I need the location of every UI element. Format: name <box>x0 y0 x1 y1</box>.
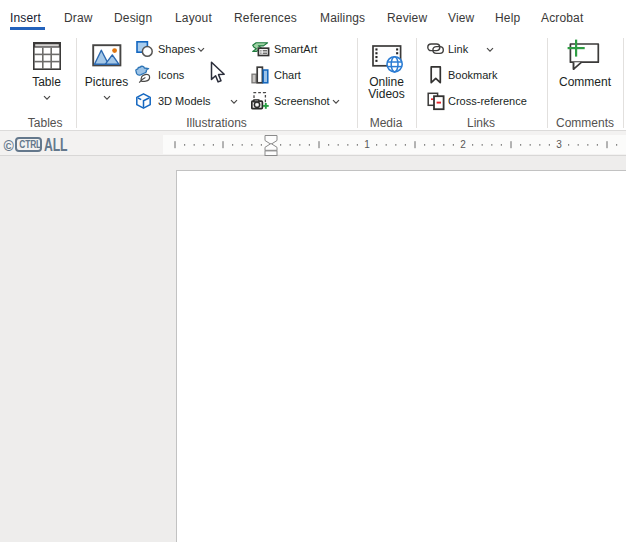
svg-text:1: 1 <box>364 139 370 150</box>
svg-text:3: 3 <box>556 139 562 150</box>
svg-text:2: 2 <box>460 139 466 150</box>
